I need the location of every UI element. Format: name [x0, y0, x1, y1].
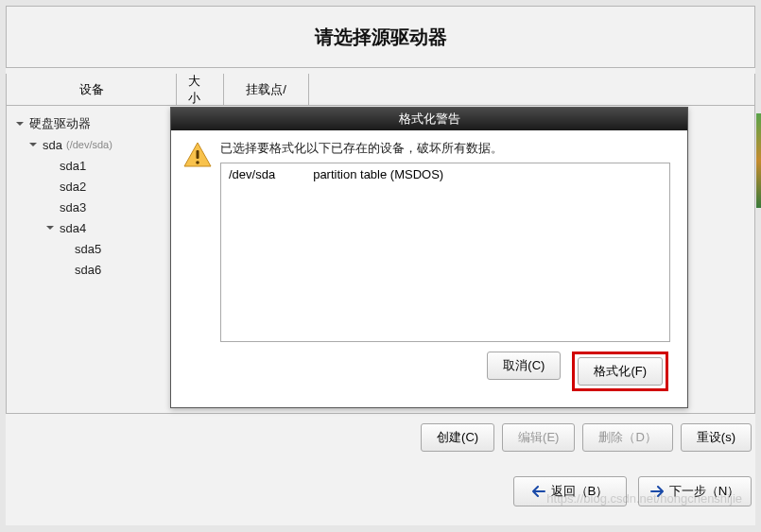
dialog-titlebar: 格式化警告 [171, 108, 687, 130]
tree-label: sda4 [60, 221, 86, 235]
next-label: 下一步（N） [669, 483, 740, 500]
device-list-row: /dev/sda partition table (MSDOS) [229, 167, 662, 181]
format-button[interactable]: 格式化(F) [578, 357, 663, 386]
tree-label: sda5 [75, 242, 101, 256]
tree-label: sda6 [75, 263, 101, 277]
tree-row-partition[interactable]: sda2 [10, 176, 173, 197]
chevron-down-icon[interactable] [44, 222, 56, 233]
reset-button[interactable]: 重设(s) [681, 423, 752, 452]
dialog-actions: 取消(C) 格式化(F) [171, 352, 687, 403]
arrow-left-icon [532, 486, 545, 497]
tree-row-partition[interactable]: sda1 [10, 155, 173, 176]
back-label: 返回（B） [551, 483, 609, 500]
device-list-box[interactable]: /dev/sda partition table (MSDOS) [220, 163, 670, 342]
dialog-content: 已选择要格式化以下已存在的设备，破坏所有数据。 /dev/sda partiti… [220, 140, 670, 342]
tree-row-partition[interactable]: sda3 [10, 197, 173, 217]
tree-sublabel: (/dev/sda) [66, 139, 112, 150]
decorative-edge [756, 113, 761, 208]
toolbar-row: 创建(C) 编辑(E) 删除（D） 重设(s) [6, 423, 755, 452]
tree-label: sda1 [60, 159, 86, 173]
column-headers: 大小 挂载点/ [177, 74, 754, 106]
tree-label: sda [43, 138, 62, 152]
tree-row-root[interactable]: 硬盘驱动器 [10, 113, 173, 134]
svg-point-1 [196, 161, 199, 164]
dialog-body: 已选择要格式化以下已存在的设备，破坏所有数据。 /dev/sda partiti… [171, 130, 687, 352]
highlight-annotation: 格式化(F) [572, 352, 668, 391]
chevron-down-icon[interactable] [27, 139, 39, 150]
tree-row-partition[interactable]: sda5 [10, 238, 173, 259]
edit-button: 编辑(E) [502, 423, 575, 452]
device-column: 设备 硬盘驱动器 sda (/dev/sda) sda1 sda2 [7, 74, 177, 413]
device-description: partition table (MSDOS) [313, 167, 443, 181]
tree-label: 硬盘驱动器 [29, 115, 91, 132]
column-header-device[interactable]: 设备 [7, 74, 177, 106]
arrow-right-icon [650, 486, 664, 497]
format-warning-dialog: 格式化警告 已选择要格式化以下已存在的设备，破坏所有数据。 /dev/sda p… [170, 107, 688, 408]
back-button[interactable]: 返回（B） [513, 476, 627, 506]
delete-button: 删除（D） [582, 423, 672, 452]
warning-icon [182, 140, 213, 170]
chevron-down-icon[interactable] [14, 118, 26, 129]
device-tree[interactable]: 硬盘驱动器 sda (/dev/sda) sda1 sda2 sda3 sda4 [7, 106, 177, 413]
tree-row-sda4[interactable]: sda4 [10, 217, 173, 238]
tree-label: sda2 [60, 180, 86, 194]
tree-label: sda3 [60, 200, 86, 215]
page-title: 请选择源驱动器 [315, 25, 447, 50]
cancel-button[interactable]: 取消(C) [487, 352, 561, 380]
create-button[interactable]: 创建(C) [421, 423, 494, 452]
device-path: /dev/sda [229, 167, 275, 181]
svg-rect-0 [197, 150, 199, 159]
tree-row-sda[interactable]: sda (/dev/sda) [10, 134, 173, 155]
next-button[interactable]: 下一步（N） [638, 476, 752, 506]
column-header-size[interactable]: 大小 [177, 74, 224, 105]
nav-row: 返回（B） 下一步（N） [6, 476, 755, 506]
dialog-message: 已选择要格式化以下已存在的设备，破坏所有数据。 [220, 140, 670, 157]
title-frame: 请选择源驱动器 [6, 6, 755, 68]
tree-row-partition[interactable]: sda6 [10, 259, 173, 280]
column-header-mount[interactable]: 挂载点/ [224, 74, 309, 105]
